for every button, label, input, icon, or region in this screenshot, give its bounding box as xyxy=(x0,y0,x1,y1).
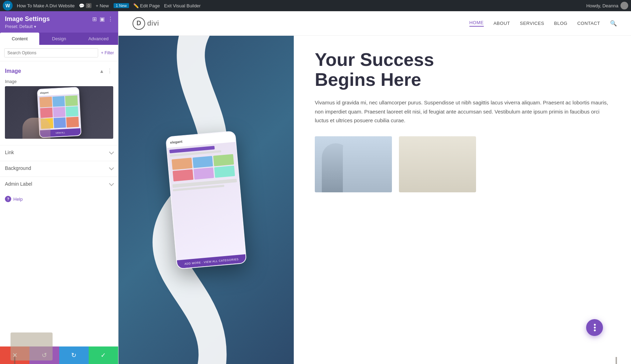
admin-label-section: Admin Label xyxy=(0,177,118,191)
comment-count: 0 xyxy=(86,3,91,8)
settings-panel: Image Settings ⊞ ▣ ⋮ Preset: Default ▾ C… xyxy=(0,11,118,364)
phone-device: elegant xyxy=(165,131,247,269)
nav-link-home[interactable]: HOME xyxy=(469,20,484,27)
background-section-label: Background xyxy=(5,165,31,171)
image-preview[interactable]: elegant xyxy=(5,86,113,139)
pencil-icon: ✏️ xyxy=(133,3,139,8)
help-row[interactable]: ? Help xyxy=(0,191,118,207)
tab-design[interactable]: Design xyxy=(39,33,79,45)
phone-mockup: elegant xyxy=(171,133,241,267)
nav-links: HOME ABOUT SERVICES BLOG CONTACT 🔍 xyxy=(469,20,617,27)
admin-label-section-header[interactable]: Admin Label xyxy=(0,177,118,191)
search-bar: + Filter xyxy=(0,45,118,61)
save-button[interactable]: ✓ xyxy=(89,346,118,364)
user-greeting: Howdy, Deanna xyxy=(586,2,628,9)
image-preview-area: Image elegant xyxy=(0,77,118,144)
tab-advanced[interactable]: Advanced xyxy=(79,33,118,45)
link-section-label: Link xyxy=(5,150,14,155)
phone-grid-item-2 xyxy=(192,156,213,168)
phone-grid-item-4 xyxy=(172,169,193,181)
hero-body-text: Vivamus id gravida mi, nec ullamcorper p… xyxy=(315,98,610,125)
chair-image xyxy=(399,136,476,192)
background-section-header[interactable]: Background xyxy=(0,161,118,175)
hero-thumbnail-row xyxy=(315,136,610,192)
image-section-header[interactable]: Image ▲ ⋮ xyxy=(0,65,118,77)
search-input[interactable] xyxy=(4,48,98,57)
panel-title: Image Settings xyxy=(5,15,50,23)
hero-background-image: elegant xyxy=(118,36,294,364)
phone-grid-item-5 xyxy=(194,167,214,179)
hero-heading: Your Success Begins Here xyxy=(315,50,610,90)
edit-page-link[interactable]: ✏️ Edit Page xyxy=(133,3,160,8)
phone-content xyxy=(167,142,245,260)
link-chevron-icon xyxy=(109,149,114,154)
hero-thumbnail-1 xyxy=(315,136,392,192)
exit-builder-link[interactable]: Exit Visual Builder xyxy=(164,3,201,8)
tab-content[interactable]: Content xyxy=(0,33,39,45)
new-link[interactable]: + New xyxy=(96,3,109,8)
website-preview: D divi HOME ABOUT SERVICES BLOG CONTACT … xyxy=(118,11,631,364)
new-badge: 1 New xyxy=(114,3,129,8)
image-field-label: Image xyxy=(5,79,113,84)
filter-button[interactable]: + Filter xyxy=(101,50,114,55)
hero-heading-line1: Your Success xyxy=(315,49,434,70)
fab-dots-icon: ••• xyxy=(590,323,598,332)
logo-icon: D xyxy=(133,17,145,30)
preset-chevron-icon: ▾ xyxy=(34,24,36,29)
site-logo: D divi xyxy=(133,17,159,30)
phone-cta-text: ADD MORE · VIEW ALL CATEGORIES xyxy=(184,257,239,265)
user-avatar xyxy=(620,2,628,9)
image-collapse-icon[interactable]: ▲ xyxy=(99,68,104,74)
fab-button[interactable]: ••• xyxy=(586,319,603,336)
link-section: Link xyxy=(0,145,118,159)
hero-text-column: Your Success Begins Here Vivamus id grav… xyxy=(294,36,631,364)
panel-header-icons: ⊞ ▣ ⋮ xyxy=(92,16,113,22)
admin-label-section-label: Admin Label xyxy=(5,181,32,187)
nav-link-services[interactable]: SERVICES xyxy=(520,21,544,26)
layout-icon[interactable]: ▣ xyxy=(100,16,105,22)
people-image xyxy=(315,136,392,192)
panel-tabs: Content Design Advanced xyxy=(0,33,118,45)
logo-text: divi xyxy=(147,19,159,27)
background-section: Background xyxy=(0,161,118,175)
panel-header: Image Settings ⊞ ▣ ⋮ Preset: Default ▾ xyxy=(0,11,118,33)
image-section-title: Image xyxy=(5,68,21,74)
panel-content: Image ▲ ⋮ Image elegant xyxy=(0,61,118,364)
comment-icon: 💬 xyxy=(79,3,84,8)
background-chevron-icon xyxy=(109,165,114,170)
phone-grid-item-6 xyxy=(214,165,235,178)
hero-image-column: elegant xyxy=(118,36,294,364)
responsive-icon[interactable]: ⊞ xyxy=(92,16,97,22)
phone-grid xyxy=(170,152,236,183)
more-options-icon[interactable]: ⋮ xyxy=(108,16,113,22)
comments-link[interactable]: 💬 0 xyxy=(79,3,91,8)
admin-label-chevron-icon xyxy=(109,181,114,186)
phone-grid-item-1 xyxy=(172,158,192,170)
site-name-link[interactable]: How To Make A Divi Website xyxy=(17,3,75,8)
wp-admin-bar: W How To Make A Divi Website 💬 0 + New 1… xyxy=(0,0,631,11)
nav-link-about[interactable]: ABOUT xyxy=(494,21,510,26)
site-nav: D divi HOME ABOUT SERVICES BLOG CONTACT … xyxy=(118,11,631,36)
phone-brand-label: elegant xyxy=(170,139,183,144)
help-text: Help xyxy=(13,197,23,202)
help-icon: ? xyxy=(5,196,11,202)
wp-logo-icon[interactable]: W xyxy=(3,1,13,11)
hero-section: elegant xyxy=(118,36,631,364)
preset-label: Preset: Default xyxy=(5,24,33,29)
hero-heading-line2: Begins Here xyxy=(315,69,421,90)
image-options-icon[interactable]: ⋮ xyxy=(107,68,113,74)
nav-link-blog[interactable]: BLOG xyxy=(554,21,568,26)
preset-selector[interactable]: Preset: Default ▾ xyxy=(5,24,113,29)
phone-grid-item-3 xyxy=(213,154,234,166)
link-section-header[interactable]: Link xyxy=(0,145,118,159)
hero-thumbnail-2 xyxy=(399,136,476,192)
redo-button[interactable]: ↻ xyxy=(59,346,89,364)
nav-link-contact[interactable]: CONTACT xyxy=(577,21,600,26)
search-icon[interactable]: 🔍 xyxy=(610,20,617,27)
image-section-controls: ▲ ⋮ xyxy=(99,68,113,74)
